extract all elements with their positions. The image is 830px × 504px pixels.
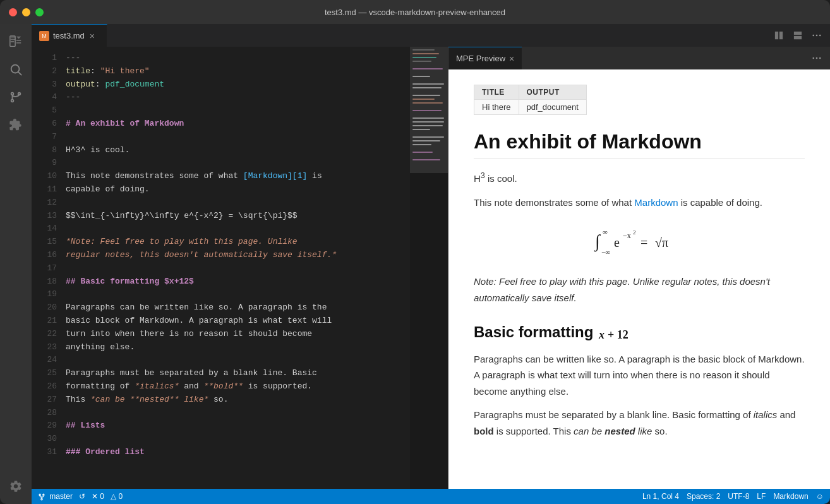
svg-rect-26: [412, 140, 440, 141]
split-down-button[interactable]: [790, 27, 806, 44]
svg-rect-10: [412, 53, 439, 54]
svg-text:+ 12: + 12: [608, 328, 629, 341]
preview-like-text: like: [635, 426, 653, 436]
code-line: anything else.: [63, 341, 410, 354]
svg-text:√π: √π: [655, 236, 668, 249]
code-line: ---: [63, 52, 410, 65]
svg-point-6: [812, 35, 814, 37]
sync-button[interactable]: ↺: [79, 492, 85, 501]
status-left: master ↺ ✕ 0 △ 0: [38, 492, 123, 501]
math-svg: ∫ ∞ −∞ e −x 2 = √π: [589, 223, 690, 258]
preview-body1-pre: This note demonstrates some of what: [474, 197, 634, 208]
code-line: This note demonstrates some of what [Mar…: [63, 170, 410, 183]
preview-content[interactable]: TITLE OUTPUT Hi there pdf_document: [448, 69, 830, 489]
window-title: test3.md — vscode-markdown-preview-enhan…: [325, 8, 505, 17]
svg-rect-29: [412, 159, 440, 160]
preview-superscript-para: H3 is cool.: [474, 169, 805, 187]
status-right: Ln 1, Col 4 Spaces: 2 UTF-8 LF Markdown …: [642, 492, 824, 501]
editor-tab-actions: [771, 24, 830, 47]
split-editor-button[interactable]: [771, 27, 787, 44]
feedback-icon[interactable]: ☺: [816, 492, 824, 501]
svg-rect-18: [412, 99, 435, 100]
code-line: output: pdf_document: [63, 78, 410, 92]
tab-file-icon: M: [39, 31, 49, 41]
preview-para1: Paragraphs can be written like so. A par…: [474, 351, 805, 400]
warnings-count[interactable]: △ 0: [111, 492, 123, 501]
svg-rect-22: [412, 121, 444, 123]
preview-can-text: can be: [574, 426, 604, 436]
close-button[interactable]: [9, 8, 17, 16]
app-window: test3.md — vscode-markdown-preview-enhan…: [0, 0, 830, 504]
code-editor[interactable]: 12345 678910 111213 1415161718 192021222…: [32, 47, 448, 489]
encoding[interactable]: UTF-8: [728, 492, 749, 501]
svg-point-31: [816, 57, 818, 59]
activity-git-icon[interactable]: [3, 85, 28, 110]
frontmatter-value-title: Hi there: [474, 100, 519, 115]
language-mode[interactable]: Markdown: [773, 492, 808, 501]
svg-point-4: [11, 100, 14, 102]
svg-rect-14: [412, 76, 430, 77]
editor-tab-close[interactable]: ×: [90, 31, 95, 41]
code-line: [63, 262, 410, 275]
preview-para2-pre: Paragraphs must be separated by a blank …: [474, 409, 754, 420]
preview-h-text: H: [474, 173, 481, 184]
code-line: title: "Hi there": [63, 65, 410, 78]
minimize-button[interactable]: [22, 8, 30, 16]
svg-text:∞: ∞: [603, 228, 608, 236]
svg-rect-13: [412, 68, 443, 69]
svg-text:−x: −x: [623, 231, 631, 240]
preview-math-formula: ∫ ∞ −∞ e −x 2 = √π: [474, 223, 805, 261]
indentation[interactable]: Spaces: 2: [687, 492, 720, 501]
cursor-position[interactable]: Ln 1, Col 4: [642, 492, 679, 501]
svg-text:∫: ∫: [594, 231, 601, 252]
code-line: [63, 131, 410, 144]
svg-rect-23: [412, 125, 443, 126]
code-line: [63, 104, 410, 117]
preview-para2-bold: bold: [474, 426, 494, 436]
preview-markdown-link[interactable]: Markdown: [634, 197, 678, 208]
code-line: # An exhibit of Markdown: [63, 117, 410, 131]
preview-tab-actions: [809, 47, 830, 69]
frontmatter-table: TITLE OUTPUT Hi there pdf_document: [474, 85, 587, 115]
preview-tab-mpe[interactable]: MPE Preview ×: [448, 47, 522, 69]
editor-tab-bar: M test3.md ×: [32, 24, 830, 47]
preview-tab-bar: MPE Preview ×: [448, 47, 830, 69]
maximize-button[interactable]: [35, 8, 44, 16]
editor-tab-test3md[interactable]: M test3.md ×: [32, 24, 107, 47]
errors-count[interactable]: ✕ 0: [92, 492, 104, 501]
code-pane: 12345 678910 111213 1415161718 192021222…: [32, 47, 448, 489]
preview-body1: This note demonstrates some of what Mark…: [474, 195, 805, 211]
svg-point-7: [816, 35, 818, 37]
preview-more-button[interactable]: [809, 50, 825, 66]
svg-rect-25: [412, 136, 444, 138]
svg-rect-20: [412, 110, 442, 111]
preview-h2-math: x + 12: [598, 325, 629, 342]
code-line: ---: [63, 91, 410, 104]
code-line: [63, 407, 410, 420]
svg-text:e: e: [614, 236, 620, 249]
activity-extensions-icon[interactable]: [3, 112, 28, 138]
preview-h2-text: Basic formatting: [474, 323, 598, 340]
minimap-svg: [410, 47, 448, 489]
activity-settings-icon[interactable]: [3, 474, 28, 499]
preview-tab-label: MPE Preview: [456, 54, 505, 63]
git-branch[interactable]: master: [38, 492, 73, 501]
line-ending[interactable]: LF: [757, 492, 766, 501]
preview-para2: Paragraphs must be separated by a blank …: [474, 407, 805, 439]
code-line: Paragraphs can be written like so. A par…: [63, 301, 410, 315]
status-bar: master ↺ ✕ 0 △ 0 Ln 1, Col 4 Spaces: 2 U…: [32, 489, 830, 504]
code-line: ### Ordered list: [63, 446, 410, 459]
code-line: [63, 157, 410, 170]
preview-tab-close[interactable]: ×: [509, 54, 514, 64]
titlebar: test3.md — vscode-markdown-preview-enhan…: [0, 0, 830, 24]
svg-text:2: 2: [633, 229, 636, 236]
code-line: basic block of Markdown. A paragraph is …: [63, 315, 410, 328]
svg-rect-9: [412, 49, 435, 51]
activity-explorer-icon[interactable]: [3, 29, 28, 54]
svg-point-8: [819, 35, 821, 37]
code-line: [63, 196, 410, 210]
code-line: H^3^ is cool.: [63, 144, 410, 157]
more-actions-button[interactable]: [809, 27, 825, 44]
preview-h1: An exhibit of Markdown: [474, 130, 805, 159]
activity-search-icon[interactable]: [3, 57, 28, 82]
